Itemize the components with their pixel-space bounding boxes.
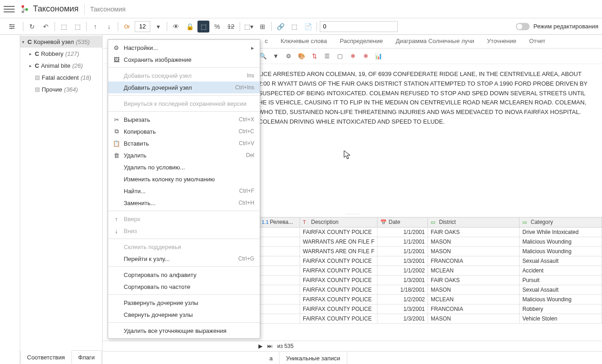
context-menu-item[interactable]: Изменить колонку по умолчанию [108, 173, 260, 185]
doc-icon: ▤ [35, 74, 40, 81]
tree2-icon[interactable]: ⬚ [288, 21, 300, 33]
tab-sunburst[interactable]: Диаграмма Солнечные лучи [389, 35, 481, 48]
context-menu-item[interactable]: 📋ВставитьCtrl+V [108, 137, 260, 149]
context-menu: ⚙Настройки...▸🖼Сохранить изображениеДоба… [108, 39, 260, 339]
tree-node[interactable]: ▸CRobbery(127) [20, 48, 102, 60]
pager-of-text: из 535 [277, 343, 294, 349]
cut-icon: ✂ [112, 116, 121, 123]
table-row[interactable]: FAIRFAX COUNTY POLICE1/3/2001FAIR OAKSPu… [259, 276, 602, 285]
svg-rect-1 [26, 8, 28, 11]
col-date[interactable]: 📅Date [378, 217, 428, 228]
svg-point-3 [10, 24, 11, 25]
table-row[interactable]: FAIRFAX COUNTY POLICE1/1/2001FAIR OAKSDr… [259, 228, 602, 237]
tree-node[interactable]: ▤Fatal accident(18) [20, 71, 102, 83]
expand-icon[interactable]: ⬚ [58, 21, 70, 33]
col-relevance[interactable]: 1.1Релева... [259, 217, 300, 228]
chart-icon[interactable]: 📊 [374, 52, 383, 61]
tree-node[interactable]: ▸CAnimal bite(26) [20, 60, 102, 71]
add-doc-icon[interactable]: 📄 [302, 21, 314, 33]
caret-right-icon[interactable]: ▸ [29, 51, 35, 56]
hamburger-menu[interactable] [4, 4, 15, 15]
context-menu-item[interactable]: Сортировать по частоте [108, 281, 260, 293]
refresh-icon[interactable]: ↻ [26, 21, 38, 33]
col-district[interactable]: ▭District [428, 217, 520, 228]
chevron-right-icon: ▸ [251, 44, 254, 51]
context-menu-item[interactable]: Добавить дочерний узелCtrl+Ins [108, 81, 260, 93]
palette-icon[interactable]: 🎨 [297, 52, 306, 61]
table-row[interactable]: FAIRFAX COUNTY POLICE1/18/2001MASONSexua… [259, 285, 602, 295]
context-menu-item[interactable]: ✂ВырезатьCtrl+X [108, 114, 260, 125]
col-category[interactable]: ▭Category [520, 217, 602, 228]
table-row[interactable]: WARRANTS ARE ON FILE F1/1/2001MASONMalic… [259, 247, 602, 256]
table-row[interactable]: FAIRFAX COUNTY POLICE1/3/2001FRANCONIARo… [259, 304, 602, 314]
collapse-icon[interactable]: ⬚ [71, 21, 83, 33]
dropdown-icon[interactable]: ▾ [152, 21, 164, 33]
doc-icon: ▤ [35, 86, 40, 92]
tab-matches[interactable]: Соответствия [20, 350, 72, 364]
or-button[interactable]: Or [121, 21, 133, 33]
gear-icon[interactable]: ⚙ [284, 52, 293, 61]
table-row[interactable]: WARRANTS ARE ON FILE F1/1/2001MASONMalic… [259, 237, 602, 247]
btab-unique[interactable]: Уникальные записи [279, 352, 347, 364]
data-table: 1.1Релева... TDescription 📅Date ▭Distric… [258, 217, 602, 324]
tree-mode-icon[interactable]: ⬚ [197, 21, 209, 33]
tab-c[interactable]: с [258, 35, 274, 48]
settings-icon[interactable] [6, 21, 18, 33]
context-menu-item[interactable]: Заменить...Ctrl+H [108, 197, 260, 209]
context-menu-item[interactable]: ⧉КопироватьCtrl+C [108, 125, 260, 137]
col-description[interactable]: TDescription [300, 217, 378, 228]
tree-root-node[interactable]: ▾ C Корневой узел (535) [20, 36, 102, 48]
save-icon: 🖼 [112, 56, 121, 63]
arrow-up-icon[interactable]: ↑ [89, 21, 101, 33]
tree-node[interactable]: ▤Прочие(364) [20, 83, 102, 95]
paste-icon: 📋 [112, 140, 121, 147]
star2-icon[interactable]: ✱ [361, 52, 370, 61]
tab-flags[interactable]: Флаги [72, 351, 102, 364]
separator [108, 211, 260, 211]
switch-icon[interactable] [516, 23, 530, 30]
caret-right-icon[interactable]: ▸ [29, 63, 35, 68]
link-icon[interactable]: 🔗 [274, 21, 286, 33]
filter-icon[interactable]: ▼ [271, 52, 280, 61]
context-menu-item[interactable]: Развернуть дочерние узлы [108, 297, 260, 309]
context-menu-item[interactable]: Найти...Ctrl+F [108, 185, 260, 197]
caret-down-icon[interactable]: ▾ [22, 39, 27, 44]
tab-keywords[interactable]: Ключевые слова [274, 35, 334, 48]
grid-icon[interactable]: ⊞ [257, 21, 268, 33]
btab-a[interactable]: а [263, 352, 279, 364]
tab-distribution[interactable]: Распределение [334, 35, 389, 48]
content-bottom-tabs: а Уникальные записи [103, 351, 602, 364]
tab-report[interactable]: Отчет [523, 35, 552, 48]
context-menu-item[interactable]: 🗑УдалитьDel [108, 149, 260, 161]
star1-icon[interactable]: ✱ [348, 52, 357, 61]
pager-next-icon[interactable]: ▶ [258, 343, 263, 349]
lock-icon[interactable]: 🔒 [184, 21, 196, 33]
undo-icon[interactable]: ↶ [40, 21, 52, 33]
eye-icon[interactable]: 👁 [170, 21, 182, 33]
context-menu-item[interactable]: Перейти к узлу...Ctrl+G [108, 253, 260, 265]
table-row[interactable]: FAIRFAX COUNTY POLICE1/1/2002MCLEANAccid… [259, 266, 602, 276]
list-icon[interactable]: ☰ [323, 52, 332, 61]
context-menu-item[interactable]: 🖼Сохранить изображение [108, 54, 260, 65]
table-row[interactable]: FAIRFAX COUNTY POLICE1/3/2001FRANCONIASe… [259, 256, 602, 266]
pager-last-icon[interactable]: ⏭ [267, 343, 273, 349]
sort-icon[interactable]: ⇅ [310, 52, 319, 61]
table-row[interactable]: FAIRFAX COUNTY POLICE1/2/2002MCLEANMalic… [259, 295, 602, 304]
context-menu-item[interactable]: ⚙Настройки...▸ [108, 42, 260, 54]
percent-icon[interactable]: % [211, 21, 223, 33]
context-menu-item[interactable]: Сортировать по алфавиту [108, 269, 260, 281]
context-menu-item[interactable]: Свернуть дочерние узлы [108, 309, 260, 321]
separator [108, 67, 260, 68]
app-subtitle: Таксономия [90, 5, 126, 13]
edit-mode-toggle[interactable]: Режим редактирования [516, 23, 598, 30]
arrow-down-icon[interactable]: ↓ [103, 21, 115, 33]
font-size-input[interactable] [135, 21, 150, 32]
context-menu-item[interactable]: Удалить по условию... [108, 161, 260, 173]
context-menu-item[interactable]: Удалить все уточняющие выражения [108, 325, 260, 337]
calendar-icon[interactable]: 12 [225, 21, 237, 33]
window-icon[interactable]: ▢ [335, 52, 345, 61]
number-input[interactable] [320, 21, 398, 32]
tab-refinement[interactable]: Уточнение [481, 35, 523, 48]
table-row[interactable]: FAIRFAX COUNTY POLICE1/3/2001MASONVehicl… [259, 314, 602, 324]
hierarchy-icon[interactable]: ⬚▾ [243, 21, 255, 33]
